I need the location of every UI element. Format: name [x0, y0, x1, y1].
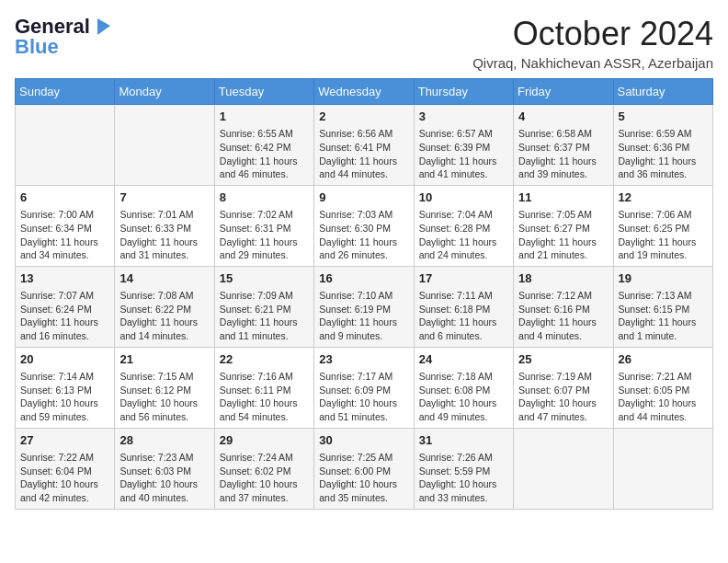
cell-info: Sunrise: 7:13 AMSunset: 6:15 PMDaylight:…	[619, 289, 708, 343]
calendar-cell: 9Sunrise: 7:03 AMSunset: 6:30 PMDaylight…	[314, 185, 414, 266]
cell-info: Sunrise: 7:18 AMSunset: 6:08 PMDaylight:…	[419, 370, 508, 424]
svg-marker-0	[97, 18, 110, 35]
cell-info: Sunrise: 6:56 AMSunset: 6:41 PMDaylight:…	[319, 127, 408, 181]
day-number: 3	[419, 109, 508, 125]
calendar-cell: 15Sunrise: 7:09 AMSunset: 6:21 PMDayligh…	[214, 266, 313, 347]
day-number: 4	[518, 109, 608, 125]
calendar-week-row: 20Sunrise: 7:14 AMSunset: 6:13 PMDayligh…	[16, 347, 713, 428]
calendar-cell: 20Sunrise: 7:14 AMSunset: 6:13 PMDayligh…	[16, 347, 115, 428]
cell-info: Sunrise: 7:08 AMSunset: 6:22 PMDaylight:…	[119, 289, 209, 343]
day-number: 23	[319, 351, 408, 368]
weekday-header-wednesday: Wednesday	[314, 79, 414, 105]
calendar-cell: 30Sunrise: 7:25 AMSunset: 6:00 PMDayligh…	[314, 428, 414, 509]
day-number: 12	[619, 190, 708, 206]
calendar-cell: 27Sunrise: 7:22 AMSunset: 6:04 PMDayligh…	[16, 428, 115, 509]
calendar-cell: 31Sunrise: 7:26 AMSunset: 5:59 PMDayligh…	[414, 428, 513, 509]
cell-info: Sunrise: 7:24 AMSunset: 6:02 PMDaylight:…	[220, 451, 309, 505]
cell-info: Sunrise: 7:04 AMSunset: 6:28 PMDaylight:…	[419, 208, 508, 262]
cell-info: Sunrise: 7:03 AMSunset: 6:30 PMDaylight:…	[319, 208, 408, 262]
cell-info: Sunrise: 7:05 AMSunset: 6:27 PMDaylight:…	[518, 208, 608, 262]
calendar-week-row: 13Sunrise: 7:07 AMSunset: 6:24 PMDayligh…	[16, 266, 713, 347]
day-number: 9	[319, 190, 408, 206]
calendar-cell: 11Sunrise: 7:05 AMSunset: 6:27 PMDayligh…	[514, 185, 613, 266]
day-number: 25	[518, 351, 608, 368]
cell-info: Sunrise: 7:00 AMSunset: 6:34 PMDaylight:…	[20, 208, 109, 262]
weekday-header-sunday: Sunday	[16, 79, 115, 105]
day-number: 10	[419, 190, 508, 206]
day-number: 11	[518, 190, 608, 206]
calendar-cell: 13Sunrise: 7:07 AMSunset: 6:24 PMDayligh…	[16, 266, 115, 347]
calendar-cell: 22Sunrise: 7:16 AMSunset: 6:11 PMDayligh…	[214, 347, 313, 428]
cell-info: Sunrise: 7:22 AMSunset: 6:04 PMDaylight:…	[20, 451, 109, 505]
calendar-cell: 4Sunrise: 6:58 AMSunset: 6:37 PMDaylight…	[514, 105, 613, 186]
cell-info: Sunrise: 7:19 AMSunset: 6:07 PMDaylight:…	[518, 370, 608, 424]
calendar-cell: 16Sunrise: 7:10 AMSunset: 6:19 PMDayligh…	[314, 266, 414, 347]
cell-info: Sunrise: 6:57 AMSunset: 6:39 PMDaylight:…	[419, 127, 508, 181]
weekday-header-tuesday: Tuesday	[214, 79, 313, 105]
day-number: 15	[220, 270, 309, 287]
calendar-cell: 3Sunrise: 6:57 AMSunset: 6:39 PMDaylight…	[414, 105, 513, 186]
calendar-cell: 14Sunrise: 7:08 AMSunset: 6:22 PMDayligh…	[115, 266, 214, 347]
day-number: 1	[220, 109, 309, 125]
day-number: 30	[319, 432, 408, 449]
day-number: 7	[119, 190, 209, 206]
calendar-cell: 10Sunrise: 7:04 AMSunset: 6:28 PMDayligh…	[414, 185, 513, 266]
day-number: 2	[319, 109, 408, 125]
calendar-cell: 5Sunrise: 6:59 AMSunset: 6:36 PMDaylight…	[613, 105, 712, 186]
calendar-cell: 2Sunrise: 6:56 AMSunset: 6:41 PMDaylight…	[314, 105, 414, 186]
calendar-cell: 21Sunrise: 7:15 AMSunset: 6:12 PMDayligh…	[115, 347, 214, 428]
cell-info: Sunrise: 7:21 AMSunset: 6:05 PMDaylight:…	[619, 370, 708, 424]
calendar-cell	[115, 105, 214, 186]
cell-info: Sunrise: 7:06 AMSunset: 6:25 PMDaylight:…	[619, 208, 708, 262]
logo-triangle-icon	[92, 17, 112, 37]
day-number: 26	[619, 351, 708, 368]
calendar-cell: 19Sunrise: 7:13 AMSunset: 6:15 PMDayligh…	[613, 266, 712, 347]
cell-info: Sunrise: 6:58 AMSunset: 6:37 PMDaylight:…	[518, 127, 608, 181]
location-subtitle: Qivraq, Nakhichevan ASSR, Azerbaijan	[472, 55, 713, 71]
cell-info: Sunrise: 7:11 AMSunset: 6:18 PMDaylight:…	[419, 289, 508, 343]
weekday-header-row: SundayMondayTuesdayWednesdayThursdayFrid…	[16, 79, 713, 105]
month-title: October 2024	[472, 15, 713, 53]
cell-info: Sunrise: 7:10 AMSunset: 6:19 PMDaylight:…	[319, 289, 408, 343]
day-number: 16	[319, 270, 408, 287]
calendar-cell: 26Sunrise: 7:21 AMSunset: 6:05 PMDayligh…	[613, 347, 712, 428]
calendar-cell: 18Sunrise: 7:12 AMSunset: 6:16 PMDayligh…	[514, 266, 613, 347]
weekday-header-thursday: Thursday	[414, 79, 513, 105]
cell-info: Sunrise: 7:23 AMSunset: 6:03 PMDaylight:…	[119, 451, 209, 505]
cell-info: Sunrise: 6:55 AMSunset: 6:42 PMDaylight:…	[220, 127, 309, 181]
cell-info: Sunrise: 7:16 AMSunset: 6:11 PMDaylight:…	[220, 370, 309, 424]
calendar-week-row: 1Sunrise: 6:55 AMSunset: 6:42 PMDaylight…	[16, 105, 713, 186]
day-number: 6	[20, 190, 109, 206]
calendar-cell	[16, 105, 115, 186]
calendar-table: SundayMondayTuesdayWednesdayThursdayFrid…	[15, 78, 713, 510]
day-number: 27	[20, 432, 109, 449]
cell-info: Sunrise: 7:02 AMSunset: 6:31 PMDaylight:…	[220, 208, 309, 262]
cell-info: Sunrise: 7:14 AMSunset: 6:13 PMDaylight:…	[20, 370, 109, 424]
day-number: 14	[119, 270, 209, 287]
weekday-header-monday: Monday	[115, 79, 214, 105]
calendar-cell: 29Sunrise: 7:24 AMSunset: 6:02 PMDayligh…	[214, 428, 313, 509]
day-number: 31	[419, 432, 508, 449]
calendar-cell	[613, 428, 712, 509]
day-number: 20	[20, 351, 109, 368]
cell-info: Sunrise: 7:01 AMSunset: 6:33 PMDaylight:…	[119, 208, 209, 262]
day-number: 29	[220, 432, 309, 449]
calendar-cell: 25Sunrise: 7:19 AMSunset: 6:07 PMDayligh…	[514, 347, 613, 428]
logo: General Blue	[15, 15, 112, 59]
cell-info: Sunrise: 7:25 AMSunset: 6:00 PMDaylight:…	[319, 451, 408, 505]
calendar-cell: 24Sunrise: 7:18 AMSunset: 6:08 PMDayligh…	[414, 347, 513, 428]
weekday-header-saturday: Saturday	[613, 79, 712, 105]
calendar-cell: 17Sunrise: 7:11 AMSunset: 6:18 PMDayligh…	[414, 266, 513, 347]
day-number: 17	[419, 270, 508, 287]
calendar-week-row: 27Sunrise: 7:22 AMSunset: 6:04 PMDayligh…	[16, 428, 713, 509]
day-number: 22	[220, 351, 309, 368]
day-number: 28	[119, 432, 209, 449]
page-header: General Blue October 2024 Qivraq, Nakhic…	[15, 15, 713, 71]
day-number: 18	[518, 270, 608, 287]
weekday-header-friday: Friday	[514, 79, 613, 105]
calendar-cell: 8Sunrise: 7:02 AMSunset: 6:31 PMDaylight…	[214, 185, 313, 266]
cell-info: Sunrise: 7:17 AMSunset: 6:09 PMDaylight:…	[319, 370, 408, 424]
calendar-cell: 23Sunrise: 7:17 AMSunset: 6:09 PMDayligh…	[314, 347, 414, 428]
cell-info: Sunrise: 7:07 AMSunset: 6:24 PMDaylight:…	[20, 289, 109, 343]
calendar-cell: 7Sunrise: 7:01 AMSunset: 6:33 PMDaylight…	[115, 185, 214, 266]
